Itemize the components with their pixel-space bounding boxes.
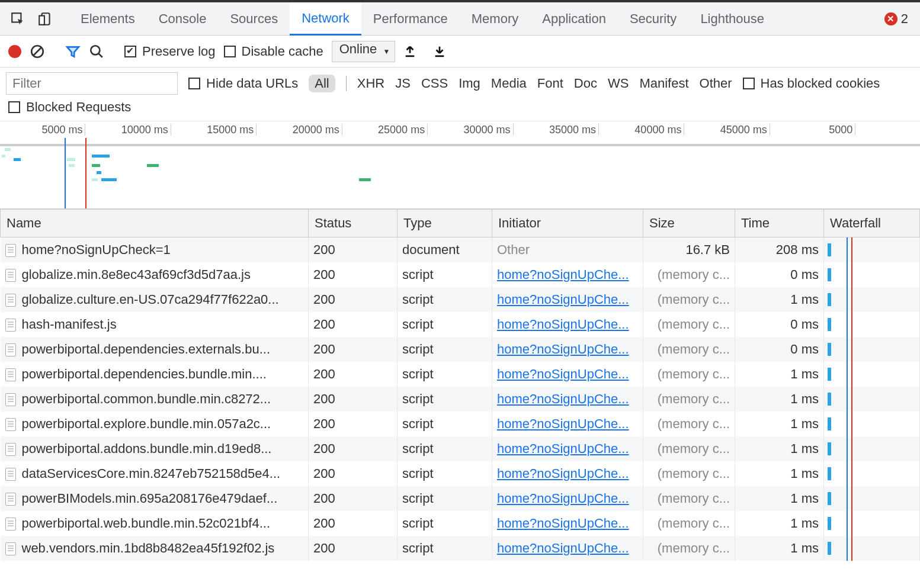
clear-log-icon[interactable] (30, 44, 45, 59)
tab-network[interactable]: Network (290, 2, 361, 36)
checkbox-icon (8, 101, 20, 113)
table-row[interactable]: powerbiportal.addons.bundle.min.d19ed8..… (1, 436, 920, 461)
error-badge[interactable]: ✕ 2 (884, 11, 920, 27)
wf-domcontent-line (847, 486, 848, 511)
table-row[interactable]: globalize.culture.en-US.07ca294f77f622a0… (1, 287, 920, 312)
table-row[interactable]: powerbiportal.dependencies.externals.bu.… (1, 337, 920, 362)
type-filter-all[interactable]: All (309, 75, 335, 92)
has-blocked-label: Has blocked cookies (761, 76, 880, 91)
initiator-link[interactable]: home?noSignUpChe... (497, 441, 629, 456)
type-filter-img[interactable]: Img (459, 76, 480, 91)
export-har-icon[interactable] (433, 45, 446, 58)
timeline-tick: 45000 ms (720, 124, 770, 136)
table-row[interactable]: powerbiportal.web.bundle.min.52c021bf4..… (1, 511, 920, 536)
cell-type: script (398, 511, 492, 536)
type-filter-other[interactable]: Other (700, 76, 732, 91)
col-header-name[interactable]: Name (1, 210, 309, 237)
table-row[interactable]: powerbiportal.explore.bundle.min.057a2c.… (1, 412, 920, 436)
type-filter-js[interactable]: JS (395, 76, 411, 91)
preserve-log-checkbox[interactable]: Preserve log (124, 44, 216, 59)
cell-status: 200 (309, 262, 398, 287)
table-row[interactable]: powerBIModels.min.695a208176e479daef...2… (1, 486, 920, 511)
cell-time: 0 ms (735, 312, 824, 337)
tab-lighthouse[interactable]: Lighthouse (688, 2, 776, 36)
network-overview[interactable]: 5000 ms10000 ms15000 ms20000 ms25000 ms3… (0, 121, 920, 209)
col-header-initiator[interactable]: Initiator (492, 210, 643, 237)
cell-initiator: home?noSignUpChe... (492, 287, 643, 312)
search-icon[interactable] (89, 44, 104, 59)
tab-memory[interactable]: Memory (460, 2, 530, 36)
type-filter-manifest[interactable]: Manifest (639, 76, 688, 91)
type-filter-media[interactable]: Media (491, 76, 527, 91)
table-row[interactable]: hash-manifest.js200scripthome?noSignUpCh… (1, 312, 920, 337)
initiator-link[interactable]: home?noSignUpChe... (497, 391, 629, 406)
type-filter-ws[interactable]: WS (608, 76, 629, 91)
timeline-tick: 40000 ms (634, 124, 684, 136)
table-row[interactable]: home?noSignUpCheck=1200documentOther16.7… (1, 237, 920, 262)
initiator-link[interactable]: home?noSignUpChe... (497, 367, 629, 381)
type-filter-css[interactable]: CSS (421, 76, 448, 91)
col-header-status[interactable]: Status (309, 210, 398, 237)
table-row[interactable]: web.vendors.min.1bd8b8482ea45f192f02.js2… (1, 536, 920, 561)
timeline-tick: 5000 ms (41, 124, 85, 136)
cell-initiator: home?noSignUpChe... (492, 362, 643, 387)
waterfall-bar (828, 368, 831, 381)
filter-bar-2: Blocked Requests (0, 97, 920, 121)
col-header-waterfall[interactable]: Waterfall (824, 210, 920, 237)
record-button[interactable] (8, 45, 21, 58)
throttling-select[interactable]: Online (332, 41, 396, 62)
hide-data-urls-checkbox[interactable]: Hide data URLs (188, 76, 298, 91)
wf-load-line (851, 436, 852, 461)
tab-console[interactable]: Console (147, 2, 219, 36)
timeline-marker (85, 138, 86, 208)
cell-initiator: home?noSignUpChe... (492, 436, 643, 461)
tab-performance[interactable]: Performance (361, 2, 460, 36)
col-header-size[interactable]: Size (643, 210, 735, 237)
tab-security[interactable]: Security (618, 2, 688, 36)
filter-toggle-icon[interactable] (65, 44, 81, 59)
wf-domcontent-line (847, 461, 848, 486)
initiator-link[interactable]: home?noSignUpChe... (497, 491, 629, 506)
initiator-link[interactable]: home?noSignUpChe... (497, 342, 629, 356)
table-row[interactable]: globalize.min.8e8ec43af69cf3d5d7aa.js200… (1, 262, 920, 287)
initiator-link[interactable]: home?noSignUpChe... (497, 516, 629, 531)
filter-input[interactable] (6, 72, 178, 95)
cell-time: 0 ms (735, 262, 824, 287)
has-blocked-cookies-checkbox[interactable]: Has blocked cookies (743, 76, 880, 91)
tab-sources[interactable]: Sources (218, 2, 290, 36)
wf-load-line (851, 362, 852, 387)
initiator-link[interactable]: home?noSignUpChe... (497, 317, 629, 332)
cell-waterfall (824, 436, 920, 461)
table-row[interactable]: dataServicesCore.min.8247eb752158d5e4...… (1, 461, 920, 486)
type-filter-font[interactable]: Font (537, 76, 563, 91)
col-header-time[interactable]: Time (735, 210, 824, 237)
disable-cache-checkbox[interactable]: Disable cache (224, 44, 323, 59)
svg-rect-2 (39, 15, 44, 24)
wf-domcontent-line (847, 511, 848, 536)
cell-time: 1 ms (735, 412, 824, 436)
col-header-type[interactable]: Type (398, 210, 492, 237)
table-row[interactable]: powerbiportal.dependencies.bundle.min...… (1, 362, 920, 387)
network-requests-table: Name Status Type Initiator Size Time Wat… (0, 209, 920, 561)
initiator-link[interactable]: home?noSignUpChe... (497, 267, 629, 282)
cell-initiator: home?noSignUpChe... (492, 461, 643, 486)
cell-name: powerbiportal.addons.bundle.min.d19ed8..… (1, 436, 309, 461)
initiator-link[interactable]: home?noSignUpChe... (497, 466, 629, 481)
initiator-link[interactable]: home?noSignUpChe... (497, 416, 629, 431)
device-toolbar-icon[interactable] (33, 11, 57, 27)
cell-time: 208 ms (735, 237, 824, 262)
tab-elements[interactable]: Elements (69, 2, 147, 36)
type-filter-doc[interactable]: Doc (574, 76, 597, 91)
table-row[interactable]: powerbiportal.common.bundle.min.c8272...… (1, 387, 920, 412)
initiator-link[interactable]: home?noSignUpChe... (497, 541, 629, 555)
blocked-requests-checkbox[interactable]: Blocked Requests (8, 99, 131, 115)
inspect-element-icon[interactable] (6, 11, 30, 27)
tab-application[interactable]: Application (530, 2, 618, 36)
import-har-icon[interactable] (403, 45, 416, 58)
cell-time: 1 ms (735, 486, 824, 511)
cell-waterfall (824, 237, 920, 262)
cell-waterfall (824, 536, 920, 561)
cell-initiator: home?noSignUpChe... (492, 262, 643, 287)
initiator-link[interactable]: home?noSignUpChe... (497, 292, 629, 307)
type-filter-xhr[interactable]: XHR (357, 76, 384, 91)
